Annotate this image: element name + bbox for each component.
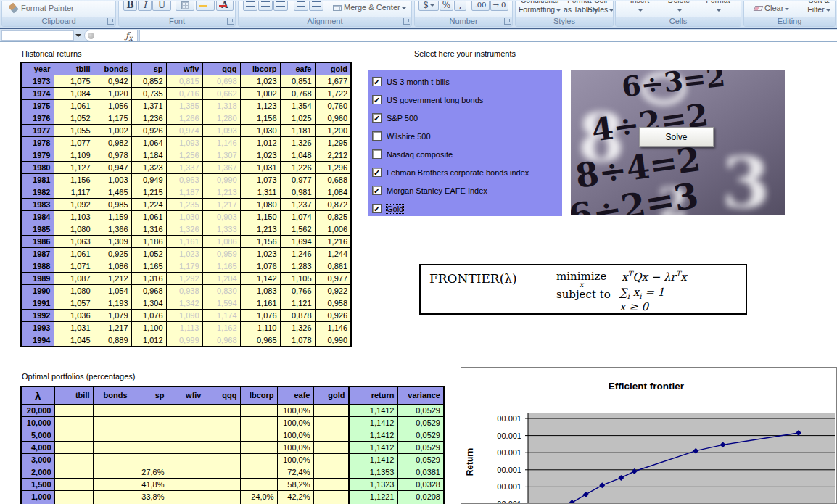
percent-format-button[interactable]: % [440, 1, 453, 11]
value-cell[interactable]: 0,978 [94, 149, 131, 162]
weight-cell[interactable] [240, 454, 277, 466]
weight-cell[interactable] [168, 479, 205, 491]
value-cell[interactable]: 1,292 [166, 273, 202, 285]
comma-format-button[interactable]: , [454, 1, 466, 11]
value-cell[interactable]: 0,768 [280, 88, 315, 100]
value-cell[interactable]: 1,048 [280, 149, 315, 162]
number-dialog-launcher[interactable] [504, 18, 511, 25]
column-header-lbcorp[interactable]: lbcorp [240, 387, 277, 405]
column-header-return[interactable]: return [349, 387, 397, 405]
value-cell[interactable]: 1,226 [280, 162, 315, 174]
weight-cell[interactable] [240, 479, 277, 491]
value-cell[interactable]: 1,367 [202, 162, 240, 174]
weight-cell[interactable]: 27,6% [131, 466, 168, 479]
lambda-cell[interactable]: 4,000 [21, 442, 54, 454]
value-cell[interactable]: 1,079 [94, 310, 131, 322]
weight-cell[interactable]: 58,2% [277, 479, 313, 491]
currency-format-button[interactable]: $ [418, 1, 439, 11]
value-cell[interactable]: 0,922 [315, 285, 351, 297]
value-cell[interactable]: 1,213 [202, 186, 240, 199]
checkbox-unchecked[interactable] [372, 131, 382, 141]
year-cell[interactable]: 1983 [21, 199, 54, 211]
value-cell[interactable]: 1,165 [202, 260, 240, 273]
variance-cell[interactable]: 0,0208 [397, 491, 444, 503]
value-cell[interactable]: 1,179 [166, 260, 202, 273]
checkbox-checked[interactable]: ✓ [372, 77, 382, 86]
weight-cell[interactable] [93, 429, 131, 442]
checkbox-label[interactable]: Lehman Brothers corporate bonds index [387, 168, 529, 177]
value-cell[interactable]: 1,061 [54, 100, 94, 112]
variance-cell[interactable]: 0,0381 [397, 466, 444, 479]
value-cell[interactable]: 1,117 [54, 186, 94, 199]
value-cell[interactable]: 0,926 [315, 310, 351, 322]
weight-cell[interactable]: 100,0% [277, 429, 313, 442]
fx-icon[interactable]: ƒx [125, 30, 133, 42]
value-cell[interactable]: 1,333 [202, 223, 240, 236]
value-cell[interactable]: 0,698 [202, 75, 240, 88]
return-cell[interactable]: 1,1221 [349, 491, 397, 503]
name-box-dropdown-icon[interactable] [75, 34, 81, 37]
value-cell[interactable]: 0,688 [315, 174, 351, 186]
font-color-button[interactable]: A [216, 1, 234, 11]
decrease-indent-button[interactable] [294, 1, 308, 11]
weight-cell[interactable] [168, 405, 205, 417]
column-header-sp[interactable]: sp [131, 387, 168, 405]
value-cell[interactable]: 1,056 [94, 100, 131, 112]
checkbox-checked[interactable]: ✓ [372, 113, 382, 123]
value-cell[interactable]: 0,977 [315, 273, 351, 285]
value-cell[interactable]: 1,025 [280, 112, 315, 125]
value-cell[interactable]: 1,366 [94, 223, 131, 236]
clipboard-dialog-launcher[interactable] [107, 18, 114, 25]
weight-cell[interactable] [54, 454, 93, 466]
weight-cell[interactable] [168, 466, 205, 479]
value-cell[interactable]: 1,052 [131, 248, 166, 260]
value-cell[interactable]: 1,083 [240, 285, 280, 297]
value-cell[interactable]: 1,036 [54, 310, 94, 322]
column-header-gold[interactable]: gold [313, 387, 349, 405]
column-header-gold[interactable]: gold [315, 62, 351, 75]
value-cell[interactable]: 1,465 [94, 186, 131, 199]
variance-cell[interactable]: 0,0328 [397, 479, 444, 491]
value-cell[interactable]: 1,722 [315, 88, 351, 100]
solve-button[interactable]: Solve [639, 127, 714, 147]
value-cell[interactable]: 0,963 [166, 174, 202, 186]
value-cell[interactable]: 1,123 [240, 100, 280, 112]
value-cell[interactable]: 1,304 [131, 297, 166, 310]
column-header-bonds[interactable]: bonds [93, 387, 131, 405]
value-cell[interactable]: 0,938 [166, 285, 202, 297]
value-cell[interactable]: 0,926 [131, 125, 166, 137]
value-cell[interactable]: 0,942 [94, 75, 131, 88]
value-cell[interactable]: 1,080 [54, 223, 94, 236]
increase-decimal-button[interactable]: .00 [471, 1, 490, 11]
value-cell[interactable]: 0,760 [315, 100, 351, 112]
format-painter-button[interactable]: Format Painter [21, 4, 74, 12]
column-header-lbcorp[interactable]: lbcorp [240, 62, 280, 75]
weight-cell[interactable] [313, 454, 349, 466]
column-header-bonds[interactable]: bonds [94, 62, 131, 75]
value-cell[interactable]: 1,061 [131, 211, 166, 223]
value-cell[interactable]: 1,193 [94, 297, 131, 310]
value-cell[interactable]: 1,110 [240, 322, 280, 334]
value-cell[interactable]: 1,187 [166, 186, 202, 199]
value-cell[interactable]: 1,216 [315, 236, 351, 248]
value-cell[interactable]: 0,947 [94, 162, 131, 174]
value-cell[interactable]: 1,086 [94, 260, 131, 273]
value-cell[interactable]: 0,958 [315, 297, 351, 310]
year-cell[interactable]: 1992 [21, 310, 54, 322]
value-cell[interactable]: 1,061 [54, 248, 94, 260]
value-cell[interactable]: 1,103 [54, 211, 94, 223]
value-cell[interactable]: 1,326 [280, 137, 315, 149]
weight-cell[interactable] [168, 454, 205, 466]
value-cell[interactable]: 1,055 [54, 125, 94, 137]
value-cell[interactable]: 1,235 [166, 199, 202, 211]
year-cell[interactable]: 1973 [21, 75, 54, 88]
weight-cell[interactable]: 24,0% [240, 491, 277, 503]
weight-cell[interactable] [240, 442, 277, 454]
align-right-button[interactable] [273, 1, 288, 11]
value-cell[interactable]: 1,156 [54, 174, 94, 186]
value-cell[interactable]: 1,076 [131, 310, 166, 322]
value-cell[interactable]: 1,092 [54, 199, 94, 211]
value-cell[interactable]: 1,256 [166, 149, 202, 162]
value-cell[interactable]: 1,280 [202, 112, 240, 125]
value-cell[interactable]: 1,002 [94, 125, 131, 137]
